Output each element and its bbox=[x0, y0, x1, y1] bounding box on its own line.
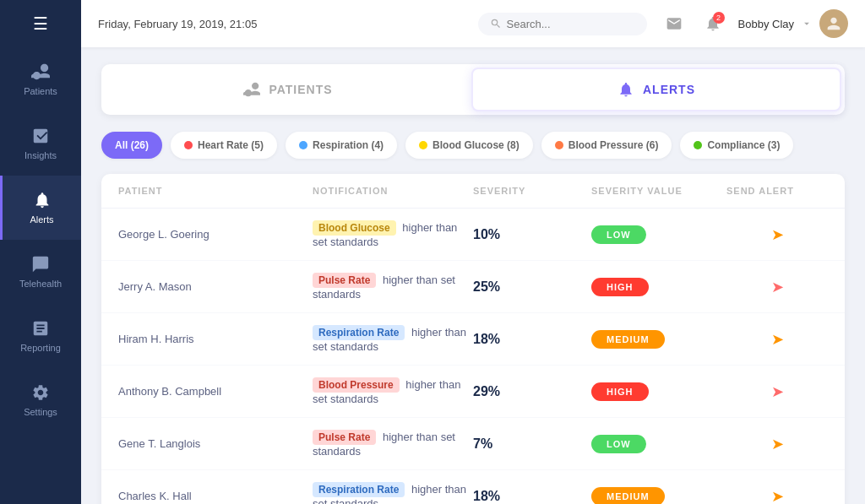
col-send-alert: SEND ALERT bbox=[726, 186, 828, 196]
tab-alerts[interactable]: ALERTS bbox=[471, 68, 841, 111]
filter-bar: All (26) Heart Rate (5) Respiration (4) … bbox=[101, 132, 845, 159]
search-input[interactable] bbox=[507, 18, 634, 30]
filter-compliance[interactable]: Compliance (3) bbox=[680, 132, 793, 159]
notification-text: Pulse Rate higher than set standards bbox=[313, 430, 473, 458]
notification-text: Respiration Rate higher than set standar… bbox=[313, 325, 473, 353]
filter-all[interactable]: All (26) bbox=[101, 132, 162, 159]
chevron-down-icon bbox=[801, 18, 813, 30]
user-menu[interactable]: Bobby Clay bbox=[738, 9, 848, 38]
severity-badge: HIGH bbox=[591, 278, 649, 296]
notif-tag: Pulse Rate bbox=[313, 430, 376, 445]
filter-resp-label: Respiration (4) bbox=[313, 139, 384, 151]
severity-value: 10% bbox=[473, 227, 591, 242]
sidebar: ☰ Patients Insights Alerts Telehealth Re… bbox=[0, 0, 81, 504]
filter-pressure[interactable]: Blood Pressure (6) bbox=[541, 132, 672, 159]
search-box[interactable] bbox=[478, 13, 647, 35]
notification-text: Respiration Rate higher than set standar… bbox=[313, 482, 473, 504]
filter-respiration[interactable]: Respiration (4) bbox=[286, 132, 397, 159]
sidebar-item-patients[interactable]: Patients bbox=[0, 47, 81, 111]
sidebar-item-telehealth[interactable]: Telehealth bbox=[0, 240, 81, 304]
filter-glucose-label: Blood Glucose (8) bbox=[432, 139, 520, 151]
tab-patients-label: PATIENTS bbox=[269, 83, 332, 96]
table-row: Anthony B. Campbell Blood Pressure highe… bbox=[101, 366, 845, 418]
notif-tag: Respiration Rate bbox=[313, 325, 405, 340]
table-row: Jerry A. Mason Pulse Rate higher than se… bbox=[101, 261, 845, 313]
notification-button[interactable]: 2 bbox=[699, 10, 726, 37]
glucose-dot bbox=[419, 141, 427, 149]
send-alert-button[interactable]: ➤ bbox=[726, 382, 828, 401]
alerts-icon bbox=[33, 191, 52, 209]
severity-badge: HIGH bbox=[591, 382, 649, 401]
sidebar-item-insights[interactable]: Insights bbox=[0, 111, 81, 176]
notif-tag: Blood Glucose bbox=[313, 220, 396, 236]
severity-badge-container: LOW bbox=[591, 435, 726, 453]
avatar bbox=[819, 9, 848, 38]
patient-name: Jerry A. Mason bbox=[118, 280, 313, 293]
telehealth-icon bbox=[31, 255, 50, 274]
topbar: Friday, February 19, 2019, 21:05 2 Bobby… bbox=[81, 0, 865, 47]
filter-glucose[interactable]: Blood Glucose (8) bbox=[405, 132, 533, 159]
severity-badge-container: MEDIUM bbox=[591, 487, 726, 505]
send-alert-button[interactable]: ➤ bbox=[726, 225, 828, 244]
notif-tag: Pulse Rate bbox=[313, 273, 376, 288]
alerts-tab-icon bbox=[617, 81, 634, 98]
filter-heart-label: Heart Rate (5) bbox=[198, 139, 264, 151]
sidebar-item-settings[interactable]: Settings bbox=[0, 368, 81, 432]
severity-value: 29% bbox=[473, 384, 591, 399]
avatar-icon bbox=[824, 14, 843, 33]
severity-value: 7% bbox=[473, 436, 591, 452]
alerts-table: PATIENT NOTIFICATION SEVERITY SEVERITY V… bbox=[101, 174, 845, 504]
severity-badge: MEDIUM bbox=[591, 330, 665, 349]
send-alert-button[interactable]: ➤ bbox=[726, 330, 828, 349]
content-area: PATIENTS ALERTS All (26) Heart Rate (5) … bbox=[81, 47, 865, 504]
table-row: Charles K. Hall Respiration Rate higher … bbox=[101, 470, 845, 504]
sidebar-item-alerts[interactable]: Alerts bbox=[0, 176, 81, 240]
col-patient: PATIENT bbox=[118, 186, 313, 196]
col-severity-value: SEVERITY VALUE bbox=[591, 186, 726, 196]
search-icon bbox=[490, 18, 502, 30]
severity-value: 25% bbox=[473, 279, 591, 295]
compliance-dot bbox=[694, 141, 702, 149]
severity-badge-container: HIGH bbox=[591, 382, 726, 401]
severity-badge-container: HIGH bbox=[591, 278, 726, 296]
send-alert-button[interactable]: ➤ bbox=[726, 487, 828, 505]
severity-value: 18% bbox=[473, 332, 591, 347]
email-icon bbox=[666, 15, 683, 32]
notif-tag: Blood Pressure bbox=[313, 377, 400, 393]
patient-name: George L. Goering bbox=[118, 228, 313, 241]
patient-name: Charles K. Hall bbox=[118, 490, 313, 502]
filter-pressure-label: Blood Pressure (6) bbox=[569, 139, 659, 151]
notif-tag: Respiration Rate bbox=[313, 482, 405, 497]
sidebar-logo[interactable]: ☰ bbox=[0, 0, 81, 47]
sidebar-settings-label: Settings bbox=[24, 407, 57, 417]
hamburger-icon[interactable]: ☰ bbox=[33, 14, 48, 34]
sidebar-alerts-label: Alerts bbox=[30, 214, 53, 225]
sidebar-telehealth-label: Telehealth bbox=[19, 279, 62, 289]
filter-all-label: All (26) bbox=[115, 139, 149, 151]
respiration-dot bbox=[299, 141, 307, 149]
sidebar-patients-label: Patients bbox=[24, 86, 57, 96]
main-content: Friday, February 19, 2019, 21:05 2 Bobby… bbox=[81, 0, 865, 504]
sidebar-item-reporting[interactable]: Reporting bbox=[0, 304, 81, 368]
reporting-icon bbox=[31, 319, 50, 338]
table-row: George L. Goering Blood Glucose higher t… bbox=[101, 209, 845, 261]
severity-badge: LOW bbox=[591, 435, 646, 453]
notification-badge: 2 bbox=[713, 12, 725, 24]
table-header: PATIENT NOTIFICATION SEVERITY SEVERITY V… bbox=[101, 174, 845, 209]
severity-badge-container: MEDIUM bbox=[591, 330, 726, 349]
pressure-dot bbox=[555, 141, 563, 149]
tab-patients[interactable]: PATIENTS bbox=[105, 68, 471, 111]
insights-icon bbox=[31, 127, 50, 145]
topbar-icons: 2 Bobby Clay bbox=[661, 9, 848, 38]
notification-text: Pulse Rate higher than set standards bbox=[313, 273, 473, 301]
email-button[interactable] bbox=[661, 10, 688, 37]
filter-heart-rate[interactable]: Heart Rate (5) bbox=[171, 132, 277, 159]
severity-badge: LOW bbox=[591, 225, 646, 244]
send-alert-button[interactable]: ➤ bbox=[726, 435, 828, 453]
send-alert-button[interactable]: ➤ bbox=[726, 278, 828, 296]
notification-text: Blood Glucose higher than set standards bbox=[313, 220, 473, 248]
settings-icon bbox=[31, 383, 50, 402]
patient-name: Anthony B. Campbell bbox=[118, 385, 313, 398]
filter-compliance-label: Compliance (3) bbox=[707, 139, 780, 151]
col-severity: SEVERITY bbox=[473, 186, 591, 196]
